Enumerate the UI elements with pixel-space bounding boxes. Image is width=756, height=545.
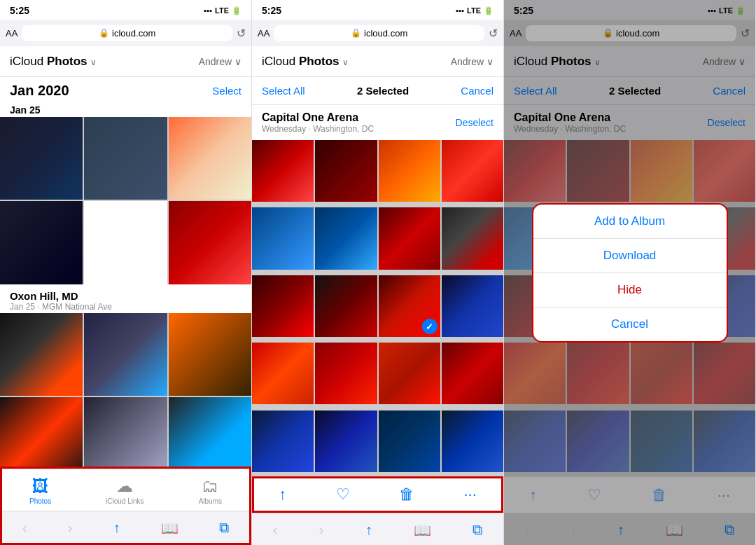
action-sheet-overlay: Add to Album Download Hide Cancel bbox=[504, 0, 755, 545]
browser-bar-2: AA 🔒 icloud.com ↺ bbox=[252, 20, 503, 46]
photo-cell-1-6[interactable] bbox=[169, 201, 251, 284]
grid-cell-2-5[interactable] bbox=[252, 207, 314, 269]
aa-button-2[interactable]: AA bbox=[258, 28, 270, 39]
heart-toolbar-icon-2[interactable]: ♡ bbox=[336, 485, 350, 504]
photo-cell-1-3[interactable] bbox=[169, 117, 251, 200]
location-sub-2: Wednesday · Washington, DC bbox=[262, 124, 374, 134]
action-sheet: Add to Album Download Hide Cancel bbox=[532, 203, 728, 343]
bookmarks-button-2[interactable]: 📖 bbox=[414, 522, 431, 539]
grid-cell-2-11[interactable]: ✓ bbox=[379, 275, 440, 337]
grid-cell-2-19[interactable] bbox=[379, 411, 440, 472]
time-2: 5:25 bbox=[262, 5, 281, 16]
share-button-2[interactable]: ↑ bbox=[365, 522, 372, 538]
grid-cell-2-18[interactable] bbox=[315, 411, 377, 472]
photo-cell-1-1[interactable] bbox=[0, 117, 83, 200]
albums-label: Albums bbox=[199, 497, 222, 505]
lte-label-2: LTE bbox=[467, 6, 481, 15]
trash-toolbar-icon-2[interactable]: 🗑 bbox=[399, 485, 414, 504]
grid-cell-2-9[interactable] bbox=[252, 275, 314, 337]
location-section-oxon1: Oxon Hill, MD Jan 25 · MGM National Ave bbox=[0, 284, 251, 313]
grid-cell-2-16[interactable] bbox=[442, 343, 503, 404]
share-button-1[interactable]: ↑ bbox=[113, 520, 120, 536]
forward-button-1[interactable]: › bbox=[68, 520, 73, 536]
photo-cell-2-4[interactable] bbox=[0, 397, 83, 467]
reload-button-1[interactable]: ↺ bbox=[237, 27, 246, 40]
photo-cell-2-6[interactable] bbox=[169, 397, 251, 467]
selected-count-2: 2 Selected bbox=[357, 85, 409, 97]
cancel-button-2[interactable]: Cancel bbox=[461, 85, 493, 97]
grid-cell-2-7[interactable] bbox=[379, 207, 440, 269]
select-all-button-2[interactable]: Select All bbox=[262, 85, 305, 97]
url-bar-2[interactable]: 🔒 icloud.com bbox=[274, 25, 484, 41]
tabs-button-2[interactable]: ⧉ bbox=[472, 522, 482, 538]
grid-cell-2-10[interactable] bbox=[315, 275, 377, 337]
battery-icon-1: 🔋 bbox=[232, 6, 241, 15]
browser-bar-1: AA 🔒 icloud.com ↺ bbox=[0, 20, 251, 46]
url-text-1: icloud.com bbox=[112, 28, 155, 39]
location-detail-1: Jan 25 · MGM National Ave bbox=[10, 302, 241, 312]
grid-cell-2-15[interactable] bbox=[379, 343, 440, 404]
grid-cell-2-6[interactable] bbox=[315, 207, 377, 269]
grid-cell-2-3[interactable] bbox=[379, 140, 440, 202]
lte-label-1: LTE bbox=[215, 6, 229, 15]
grid-cell-2-8[interactable] bbox=[442, 207, 503, 269]
aa-button-1[interactable]: AA bbox=[6, 28, 18, 39]
grid-cell-2-20[interactable] bbox=[442, 411, 503, 472]
photo-cell-1-2[interactable] bbox=[84, 117, 167, 200]
signal-icon-2: ▪▪▪ bbox=[456, 6, 464, 15]
user-menu-1[interactable]: Andrew ∨ bbox=[199, 56, 241, 67]
grid-cell-2-17[interactable] bbox=[252, 411, 314, 472]
grid-cell-2-4[interactable] bbox=[442, 140, 503, 202]
selection-bar-2: Select All 2 Selected Cancel bbox=[252, 77, 503, 105]
deselect-button-2[interactable]: Deselect bbox=[456, 117, 493, 128]
tab-albums[interactable]: 🗂 Albums bbox=[199, 476, 222, 505]
check-badge-2-11: ✓ bbox=[422, 319, 438, 334]
lock-icon-2: 🔒 bbox=[351, 28, 361, 38]
photo-cell-2-1[interactable] bbox=[0, 313, 83, 396]
photo-grid-2: ✓ bbox=[252, 140, 503, 476]
photo-cell-1-4[interactable] bbox=[0, 201, 83, 284]
url-text-2: icloud.com bbox=[364, 28, 407, 39]
grid-cell-2-14[interactable] bbox=[315, 343, 377, 404]
select-button-1[interactable]: Select bbox=[212, 85, 241, 97]
cancel-action-option[interactable]: Cancel bbox=[533, 308, 727, 341]
bookmarks-button-1[interactable]: 📖 bbox=[161, 520, 178, 537]
grid-cell-2-12[interactable] bbox=[442, 275, 503, 337]
url-bar-1[interactable]: 🔒 icloud.com bbox=[22, 25, 232, 41]
forward-button-2[interactable]: › bbox=[319, 522, 324, 538]
back-button-2[interactable]: ‹ bbox=[273, 522, 278, 538]
photo-cell-1-5[interactable] bbox=[84, 201, 167, 284]
tab-icloud-links[interactable]: ☁ iCloud Links bbox=[106, 476, 144, 505]
phone-panel-3: 5:25 ▪▪▪ LTE 🔋 AA 🔒 icloud.com ↺ iCloud … bbox=[504, 0, 756, 545]
back-button-1[interactable]: ‹ bbox=[22, 520, 27, 536]
photo-grid-section1 bbox=[0, 117, 251, 284]
hide-option[interactable]: Hide bbox=[533, 273, 727, 308]
tab-photos[interactable]: 🖼 Photos bbox=[29, 476, 51, 505]
user-arrow-2: ∨ bbox=[486, 56, 493, 67]
title-arrow-1: ∨ bbox=[90, 57, 97, 67]
more-toolbar-icon-2[interactable]: ··· bbox=[463, 485, 476, 504]
photo-cell-2-2[interactable] bbox=[84, 313, 167, 396]
share-toolbar-icon-2[interactable]: ↑ bbox=[279, 485, 286, 504]
date-header-1: Jan 2020 Select bbox=[0, 77, 251, 102]
app-name-2: iCloud bbox=[262, 55, 299, 68]
app-title-1: iCloud Photos ∨ bbox=[10, 55, 97, 69]
icloud-links-label: iCloud Links bbox=[106, 497, 144, 505]
photo-cell-2-5[interactable] bbox=[84, 397, 167, 467]
photo-grid-section2 bbox=[0, 313, 251, 467]
user-menu-2[interactable]: Andrew ∨ bbox=[451, 56, 493, 67]
add-to-album-option[interactable]: Add to Album bbox=[533, 205, 727, 239]
tabs-button-1[interactable]: ⧉ bbox=[219, 520, 229, 536]
lock-icon-1: 🔒 bbox=[99, 28, 109, 38]
app-header-1: iCloud Photos ∨ Andrew ∨ bbox=[0, 46, 251, 77]
safari-nav-1: ‹ › ↑ 📖 ⧉ bbox=[2, 511, 249, 543]
location-date-1: Jan 25 bbox=[10, 104, 241, 116]
reload-button-2[interactable]: ↺ bbox=[489, 27, 498, 40]
grid-cell-2-2[interactable] bbox=[315, 140, 377, 202]
status-icons-1: ▪▪▪ LTE 🔋 bbox=[204, 6, 241, 15]
tab-bar-1: 🖼 Photos ☁ iCloud Links 🗂 Albums bbox=[2, 469, 249, 511]
download-option[interactable]: Download bbox=[533, 239, 727, 273]
photo-cell-2-3[interactable] bbox=[169, 313, 251, 396]
grid-cell-2-13[interactable] bbox=[252, 343, 314, 404]
grid-cell-2-1[interactable] bbox=[252, 140, 314, 202]
